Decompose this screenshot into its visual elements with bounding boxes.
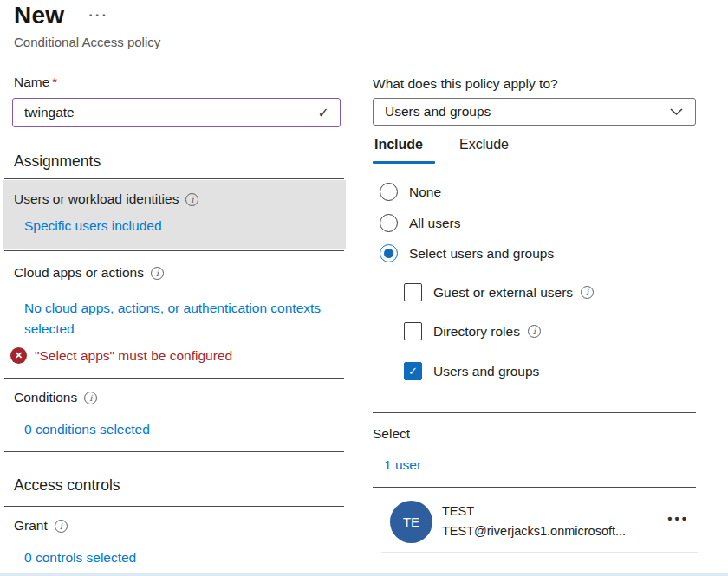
checkbox-users-and-groups[interactable]: ✓ Users and groups [404,362,539,380]
grant-section-title: Grant i [14,518,68,534]
checkbox-checked-icon: ✓ [404,362,422,380]
select-apps-error: ✕ "Select apps" must be configured [10,347,232,364]
user-name: TEST [442,504,474,518]
error-icon: ✕ [10,347,27,364]
section-divider [4,378,344,379]
users-section-title: Users or workload identities i [14,191,198,207]
error-text: "Select apps" must be configured [35,348,232,364]
section-divider [4,451,344,452]
section-divider [373,487,696,488]
radio-icon [380,183,398,201]
info-icon[interactable]: i [581,286,594,299]
info-icon[interactable]: i [151,267,164,280]
policy-target-dropdown[interactable]: Users and groups [373,98,696,126]
specific-users-included-link[interactable]: Specific users included [24,218,162,234]
selected-users-count-link[interactable]: 1 user [384,457,421,473]
section-divider [4,178,344,179]
checkbox-guest-or-external-users[interactable]: Guest or external users i [404,283,594,301]
row-divider [381,552,698,553]
policy-name-field: ✓ [12,98,341,127]
user-more-icon[interactable]: ••• [667,511,689,526]
radio-all-users[interactable]: All users [380,214,460,232]
chevron-down-icon [670,107,683,116]
dropdown-selected-value: Users and groups [374,104,670,120]
select-label: Select [373,426,410,442]
active-tab-indicator [373,161,435,164]
selected-user-row[interactable]: TE TEST TEST@riverjacks1.onmicrosoft... … [373,501,696,546]
users-selection-panel: What does this policy apply to? Users an… [373,0,699,576]
assignments-heading: Assignments [14,152,101,171]
checkbox-icon [404,283,422,301]
tab-include[interactable]: Include [374,137,423,159]
required-asterisk: * [52,74,57,89]
info-icon[interactable]: i [528,325,541,338]
section-divider [373,412,696,413]
radio-none[interactable]: None [380,183,441,201]
section-divider [4,250,344,251]
info-icon[interactable]: i [84,392,97,404]
conditional-access-new-policy-page: New ··· Conditional Access policy Name* … [0,0,728,576]
info-icon[interactable]: i [55,520,68,533]
users-assignment-section[interactable]: Users or workload identities i Specific … [3,180,346,249]
tab-exclude[interactable]: Exclude [459,137,509,159]
policy-apply-question: What does this policy apply to? [373,76,558,92]
grant-controls-selected-link[interactable]: 0 controls selected [24,550,136,566]
conditions-section-title: Conditions i [14,390,97,405]
conditions-selected-link[interactable]: 0 conditions selected [24,422,150,437]
valid-check-icon: ✓ [318,105,340,121]
section-divider [4,506,344,507]
info-icon[interactable]: i [185,193,198,206]
radio-select-users-and-groups[interactable]: Select users and groups [380,244,554,262]
access-controls-heading: Access controls [14,476,120,495]
user-email: TEST@riverjacks1.onmicrosoft... [442,524,659,538]
policy-settings-column: Name* ✓ Assignments Users or workload id… [4,0,344,576]
checkbox-directory-roles[interactable]: Directory roles i [404,322,541,340]
radio-icon [380,214,398,232]
checkbox-icon [404,322,422,340]
policy-name-input[interactable] [13,99,318,126]
name-label: Name* [14,74,57,90]
cloud-apps-section-title: Cloud apps or actions i [14,265,164,281]
cloud-apps-selection-link[interactable]: No cloud apps, actions, or authenticatio… [24,298,323,340]
user-avatar: TE [390,501,432,543]
radio-selected-icon [380,244,398,262]
